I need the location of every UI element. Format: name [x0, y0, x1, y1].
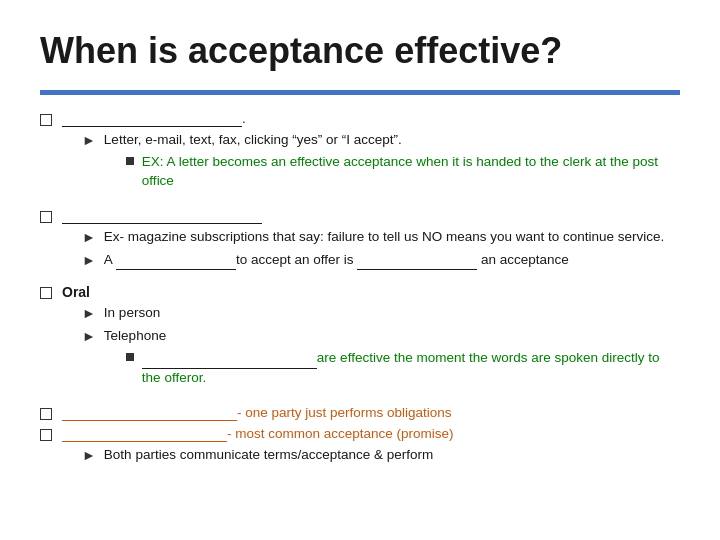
- level2-list: ► Letter, e-mail, text, fax, clicking “y…: [82, 131, 680, 194]
- section5-suffix: - most common acceptance (promise): [227, 426, 454, 441]
- section4-content: - one party just performs obligations: [62, 405, 680, 421]
- list-item: EX: A letter becomes an effective accept…: [126, 153, 680, 191]
- l2-text: A to accept an offer is an acceptance: [104, 251, 680, 271]
- arrow-bullet: ►: [82, 305, 96, 321]
- l2-text: Letter, e-mail, text, fax, clicking “yes…: [104, 131, 680, 194]
- section5-content: - most common acceptance (promise) ► Bot…: [62, 426, 680, 469]
- checkbox-bullet: [40, 408, 52, 420]
- list-item: . ► Letter, e-mail, text, fax, clicking …: [40, 111, 680, 198]
- arrow-bullet: ►: [82, 252, 96, 268]
- blank-field: [62, 111, 242, 127]
- l3-text: EX: A letter becomes an effective accept…: [142, 153, 680, 191]
- l2-text: Ex- magazine subscriptions that say: fai…: [104, 228, 680, 247]
- list-item: ► In person: [82, 304, 680, 323]
- accent-bar: [40, 90, 680, 95]
- oral-label: Oral: [62, 284, 90, 300]
- l2-text: Both parties communicate terms/acceptanc…: [104, 446, 680, 465]
- blank-field: [142, 349, 317, 369]
- blank-field: [62, 208, 262, 224]
- slide: When is acceptance effective? . ► Letter…: [0, 0, 720, 540]
- checkbox-bullet: [40, 287, 52, 299]
- level2-list: ► In person ► Telephone are effectiv: [82, 304, 680, 391]
- l3-text: are effective the moment the words are s…: [142, 349, 680, 388]
- list-item: - one party just performs obligations: [40, 405, 680, 421]
- section2-content: ► Ex- magazine subscriptions that say: f…: [62, 208, 680, 275]
- level2-list: ► Ex- magazine subscriptions that say: f…: [82, 228, 680, 271]
- level3-list: are effective the moment the words are s…: [126, 349, 680, 388]
- level3-list: EX: A letter becomes an effective accept…: [126, 153, 680, 191]
- blank-field: [62, 405, 237, 421]
- arrow-bullet: ►: [82, 132, 96, 148]
- list-item: ► A to accept an offer is an acceptance: [82, 251, 680, 271]
- square-bullet: [126, 353, 134, 361]
- arrow-bullet: ►: [82, 328, 96, 344]
- checkbox-bullet: [40, 211, 52, 223]
- list-item: ► Both parties communicate terms/accepta…: [82, 446, 680, 465]
- page-title: When is acceptance effective?: [40, 30, 680, 72]
- list-item: ► Ex- magazine subscriptions that say: f…: [40, 208, 680, 275]
- blank-underline-ext: .: [242, 111, 246, 126]
- arrow-bullet: ►: [82, 229, 96, 245]
- list-item: ► Telephone are effective the moment the…: [82, 327, 680, 391]
- section4-suffix: - one party just performs obligations: [237, 405, 452, 420]
- square-bullet: [126, 157, 134, 165]
- arrow-bullet: ►: [82, 447, 96, 463]
- l2-text: In person: [104, 304, 680, 323]
- level2-list: ► Both parties communicate terms/accepta…: [82, 446, 680, 465]
- checkbox-bullet: [40, 114, 52, 126]
- section1-content: . ► Letter, e-mail, text, fax, clicking …: [62, 111, 680, 198]
- blank-field: [116, 251, 236, 271]
- l2-text: Telephone are effective the moment the w…: [104, 327, 680, 391]
- list-item: Oral ► In person ► Telephone: [40, 284, 680, 395]
- list-item: - most common acceptance (promise) ► Bot…: [40, 426, 680, 469]
- list-item: ► Ex- magazine subscriptions that say: f…: [82, 228, 680, 247]
- checkbox-bullet: [40, 429, 52, 441]
- section3-content: Oral ► In person ► Telephone: [62, 284, 680, 395]
- list-item: are effective the moment the words are s…: [126, 349, 680, 388]
- blank-field: [357, 251, 477, 271]
- blank-field: [62, 426, 227, 442]
- list-item: ► Letter, e-mail, text, fax, clicking “y…: [82, 131, 680, 194]
- content-area: . ► Letter, e-mail, text, fax, clicking …: [40, 111, 680, 469]
